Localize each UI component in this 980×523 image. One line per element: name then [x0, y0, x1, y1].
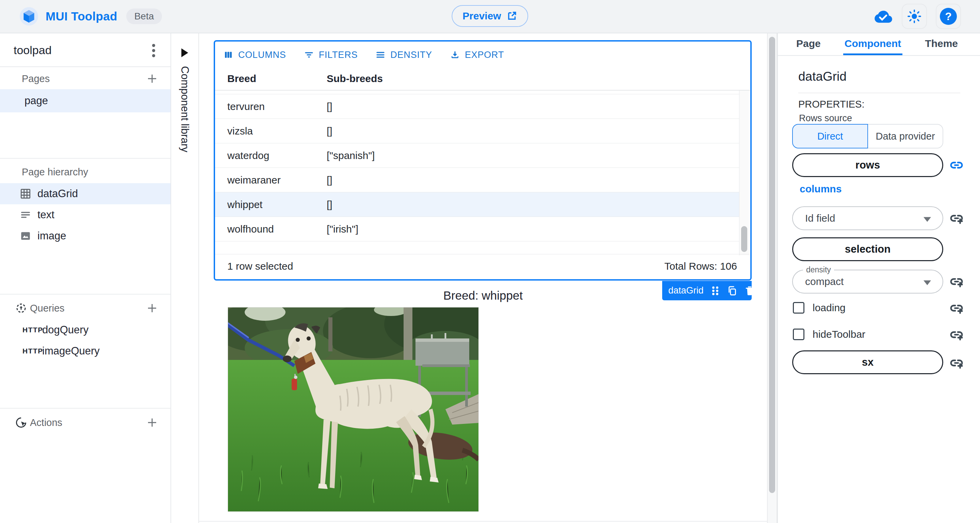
- export-toolbar-button[interactable]: EXPORT: [450, 50, 504, 60]
- id-field-select[interactable]: Id field: [792, 206, 943, 230]
- hidetoolbar-checkbox[interactable]: [793, 328, 804, 340]
- mui-toolpad-logo[interactable]: [20, 7, 38, 26]
- table-row[interactable]: wolfhound ["irish"]: [215, 217, 740, 241]
- rows-source-toggle: Direct Data provider: [792, 124, 943, 148]
- datagrid-component[interactable]: COLUMNS FILTERS DE: [214, 40, 752, 281]
- loading-checkbox[interactable]: [793, 302, 804, 314]
- scrollbar-thumb[interactable]: [769, 37, 775, 493]
- tab-page[interactable]: Page: [795, 33, 822, 55]
- bind-loading-button[interactable]: [947, 299, 966, 317]
- columns-icon: [223, 50, 234, 60]
- http-badge: HTTP: [22, 326, 43, 334]
- text-component[interactable]: Breed: whippet: [199, 286, 767, 305]
- add-link-icon: [949, 300, 964, 316]
- datagrid-scrollbar[interactable]: [739, 91, 749, 255]
- pages-section-label: Pages: [22, 73, 50, 85]
- bind-hidetoolbar-button[interactable]: [947, 325, 966, 344]
- sidebar-item-imagequery[interactable]: HTTP imageQuery: [0, 341, 170, 362]
- beta-badge: Beta: [126, 8, 162, 24]
- cell-subbreeds: []: [327, 199, 332, 210]
- datagrid-header-row: Breed Sub-breeds: [215, 67, 750, 91]
- density-select[interactable]: density compact: [792, 269, 943, 293]
- toolpad-editor-window: MUI Toolpad Beta Preview: [0, 0, 980, 523]
- app-title: MUI Toolpad: [46, 10, 118, 23]
- density-label: density: [803, 265, 834, 274]
- table-row[interactable]: weimaraner []: [215, 168, 740, 192]
- divider: [199, 521, 767, 521]
- table-row-selected[interactable]: whippet []: [215, 192, 740, 217]
- add-link-icon: [949, 274, 964, 289]
- bind-sx-button[interactable]: [947, 354, 966, 372]
- scrollbar-thumb[interactable]: [741, 226, 747, 252]
- cloud-synced-icon: [873, 9, 893, 24]
- component-library-strip[interactable]: Component library: [171, 33, 199, 523]
- queries-icon: [15, 302, 27, 314]
- component-library-label: Component library: [179, 66, 191, 152]
- divider: [0, 408, 170, 408]
- add-link-icon: [949, 210, 964, 226]
- column-header-breed[interactable]: Breed: [227, 73, 256, 85]
- selection-property-button[interactable]: selection: [792, 237, 943, 261]
- add-page-button[interactable]: [145, 71, 159, 86]
- sidebar-item-dogquery[interactable]: HTTP dogQuery: [0, 319, 170, 341]
- sidebar-item-page[interactable]: page: [0, 89, 170, 112]
- preview-button[interactable]: Preview: [452, 5, 528, 27]
- tab-theme[interactable]: Theme: [924, 33, 959, 55]
- rows-source-direct-button[interactable]: Direct: [792, 124, 868, 148]
- columns-property-link[interactable]: columns: [800, 183, 842, 195]
- density-toolbar-button[interactable]: DENSITY: [375, 50, 432, 60]
- rows-property-button[interactable]: rows: [792, 153, 943, 177]
- cell-breed: wolfhound: [227, 223, 274, 235]
- tab-component[interactable]: Component: [843, 33, 903, 55]
- table-row[interactable]: waterdog ["spanish"]: [215, 144, 740, 168]
- rows-selected-count: 1 row selected: [227, 260, 293, 272]
- cell-breed: weimaraner: [227, 174, 281, 186]
- rows-source-dataprovider-button[interactable]: Data provider: [868, 124, 943, 148]
- add-action-button[interactable]: [145, 415, 159, 430]
- columns-toolbar-label: COLUMNS: [238, 50, 286, 60]
- theme-toggle-button[interactable]: [902, 4, 927, 29]
- image-component-whippet-photo[interactable]: [228, 307, 479, 512]
- help-button[interactable]: ?: [936, 4, 961, 29]
- sidebar-item-image[interactable]: image: [0, 225, 170, 247]
- datagrid-rows-viewport: tervuren [] vizsla [] waterdog ["spanish…: [215, 91, 740, 255]
- cube-icon: [23, 10, 35, 23]
- sidebar-item-text[interactable]: text: [0, 204, 170, 225]
- columns-toolbar-button[interactable]: COLUMNS: [223, 50, 286, 60]
- page-canvas: COLUMNS FILTERS DE: [199, 33, 767, 523]
- bind-rows-button[interactable]: [947, 156, 966, 174]
- project-menu-button[interactable]: [145, 42, 162, 59]
- text-icon: [20, 209, 31, 221]
- sx-property-button[interactable]: sx: [792, 350, 943, 374]
- table-row[interactable]: tervuren []: [215, 94, 740, 119]
- kebab-icon: [152, 49, 155, 52]
- hierarchy-section-label: Page hierarchy: [22, 166, 88, 178]
- filters-toolbar-button[interactable]: FILTERS: [304, 50, 358, 60]
- link-icon: [949, 157, 964, 173]
- hierarchy-item-label: text: [37, 209, 54, 221]
- plus-icon: [146, 73, 158, 85]
- image-icon: [20, 230, 31, 242]
- add-query-button[interactable]: [145, 301, 159, 316]
- project-name: toolpad: [14, 43, 52, 57]
- brand: MUI Toolpad Beta: [20, 0, 162, 33]
- loading-checkbox-label: loading: [813, 302, 846, 314]
- cell-subbreeds: ["spanish"]: [327, 150, 375, 161]
- pages-section-header: Pages: [0, 68, 170, 89]
- bind-density-button[interactable]: [947, 273, 966, 291]
- sidebar-item-datagrid[interactable]: dataGrid: [0, 183, 170, 204]
- project-header: toolpad: [0, 33, 170, 67]
- expand-arrow-icon: [181, 48, 188, 57]
- page-item-label: page: [24, 95, 48, 107]
- bind-idfield-button[interactable]: [947, 209, 966, 228]
- divider: [0, 158, 170, 159]
- add-link-icon: [949, 327, 964, 343]
- cell-breed: waterdog: [227, 150, 269, 161]
- topbar-actions: ?: [873, 0, 961, 33]
- hierarchy-item-label: image: [37, 230, 66, 242]
- column-header-subbreeds[interactable]: Sub-breeds: [327, 73, 383, 85]
- hidetoolbar-checkbox-row: hideToolbar: [793, 327, 943, 342]
- cell-breed: vizsla: [227, 125, 253, 137]
- table-row[interactable]: vizsla []: [215, 119, 740, 144]
- canvas-scrollbar[interactable]: [767, 33, 777, 523]
